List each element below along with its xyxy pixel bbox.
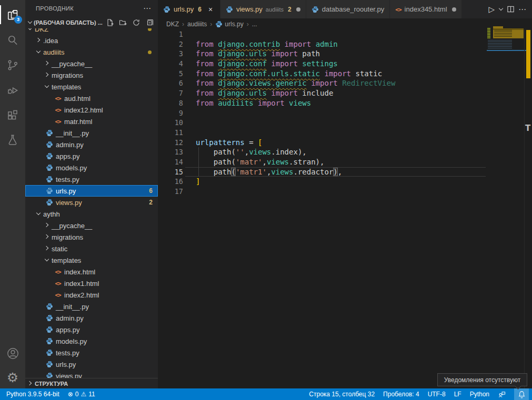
- tree-item--init-py[interactable]: __init__.py: [25, 301, 158, 312]
- tree-item-label: apps.py: [56, 152, 80, 160]
- tree-item-dkz[interactable]: DKZ: [25, 28, 158, 35]
- tree-item-tests-py[interactable]: tests.py: [25, 347, 158, 358]
- unsaved-dot-icon[interactable]: [296, 7, 300, 12]
- code-line-11[interactable]: 11: [158, 128, 532, 138]
- feedback-icon[interactable]: [498, 391, 506, 398]
- run-dropdown-chevron-icon[interactable]: [498, 7, 503, 12]
- notifications-bell-icon[interactable]: [514, 388, 529, 400]
- settings-gear-icon[interactable]: ⚙: [0, 365, 25, 390]
- tree-item-static[interactable]: static: [25, 243, 158, 254]
- tree-item-admin-py[interactable]: admin.py: [25, 312, 158, 324]
- extensions-icon[interactable]: [0, 103, 25, 128]
- tree-item-tests-py[interactable]: tests.py: [25, 173, 158, 185]
- tree-item-aud-html[interactable]: <>aud.html: [25, 93, 158, 104]
- outline-section-header[interactable]: СТРУКТУРА: [25, 378, 158, 388]
- breadcrumb-item[interactable]: ...: [252, 20, 257, 28]
- tab-description: audiiits: [266, 6, 284, 13]
- tree-item-apps-py[interactable]: apps.py: [25, 150, 158, 162]
- tree-item-aythh[interactable]: aythh: [25, 208, 158, 220]
- more-actions-icon[interactable]: ⋯: [518, 5, 527, 14]
- tree-item-apps-py[interactable]: apps.py: [25, 324, 158, 335]
- scrollbar-t-glyph: T: [525, 124, 530, 133]
- source-control-icon[interactable]: [0, 53, 25, 78]
- code-line-1[interactable]: 1: [158, 29, 532, 39]
- tree-item-index2-html[interactable]: <>index2.html: [25, 289, 158, 301]
- close-icon[interactable]: ×: [206, 5, 215, 14]
- run-debug-icon[interactable]: [0, 78, 25, 103]
- workspace-section-header[interactable]: (РАБОЧАЯ ОБЛАСТЬ) ...: [25, 17, 158, 28]
- code-line-6[interactable]: 6from django.views.generic import Redire…: [158, 78, 532, 88]
- html-file-icon: <>: [54, 268, 62, 276]
- code-line-12[interactable]: 12urlpatterns = [: [158, 138, 532, 148]
- tree-item-migrations[interactable]: migrations: [25, 69, 158, 81]
- encoding[interactable]: UTF-8: [428, 391, 446, 398]
- tree-item--pycache-[interactable]: __pycache__: [25, 220, 158, 231]
- search-icon[interactable]: [0, 27, 25, 53]
- code-line-15[interactable]: 15 path('matr1',views.redactor),: [158, 167, 532, 177]
- code-line-14[interactable]: 14 path('matr',views.stran),: [158, 157, 532, 167]
- tree-item-matr-html[interactable]: <>matr.html: [25, 116, 158, 127]
- code-line-17[interactable]: 17: [158, 187, 532, 197]
- python-file-icon: [45, 372, 54, 378]
- line-number: 6: [158, 78, 183, 88]
- tab-database-roouter-py[interactable]: database_roouter.py: [306, 0, 390, 18]
- chevron-right-icon: [27, 381, 33, 386]
- tree-item-audiiits[interactable]: audiiits: [25, 46, 158, 58]
- tab-views-py[interactable]: views.pyaudiiits2: [220, 0, 306, 18]
- code-line-9[interactable]: 9: [158, 108, 532, 118]
- tree-item-models-py[interactable]: models.py: [25, 335, 158, 347]
- refresh-icon[interactable]: [132, 18, 140, 27]
- scrollbar[interactable]: T: [524, 29, 532, 388]
- unsaved-dot-icon[interactable]: [452, 7, 456, 12]
- problems-indicator[interactable]: ⊗ 0 ⚠ 11: [68, 391, 95, 398]
- tree-item--pycache-[interactable]: __pycache__: [25, 58, 158, 69]
- tree-item-templates[interactable]: templates: [25, 254, 158, 266]
- code-line-16[interactable]: 16]: [158, 177, 532, 187]
- tree-item-migrations[interactable]: migrations: [25, 231, 158, 243]
- tree-item--init-py[interactable]: __init__.py: [25, 127, 158, 139]
- tree-item-views-py[interactable]: views.py: [25, 370, 158, 378]
- minimap[interactable]: [487, 29, 524, 388]
- tab-index345-html[interactable]: <>index345.html: [390, 0, 461, 18]
- code-line-13[interactable]: 13 path('',views.index),: [158, 147, 532, 157]
- tree-item-index12-html[interactable]: <>index12.html: [25, 104, 158, 116]
- code-line-3[interactable]: 3from django.urls import path: [158, 49, 532, 59]
- tree-item-admin-py[interactable]: admin.py: [25, 139, 158, 150]
- breadcrumb-item[interactable]: DKZ: [166, 20, 179, 28]
- code-line-10[interactable]: 10: [158, 118, 532, 128]
- split-editor-icon[interactable]: [507, 5, 515, 13]
- breadcrumb-item[interactable]: urls.py: [215, 20, 243, 28]
- testing-icon[interactable]: [0, 127, 25, 152]
- run-file-icon[interactable]: ▷: [488, 5, 495, 14]
- tree-item-index1-html[interactable]: <>index1.html: [25, 278, 158, 289]
- language-mode[interactable]: Python: [470, 391, 489, 398]
- tree-item-urls-py[interactable]: urls.py6: [25, 185, 158, 197]
- problems-badge: 2: [149, 199, 153, 206]
- code-line-5[interactable]: 5from django.conf.urls.static import sta…: [158, 69, 532, 79]
- new-folder-icon[interactable]: [119, 18, 127, 27]
- cursor-position[interactable]: Строка 15, столбец 32: [309, 391, 375, 398]
- code-line-2[interactable]: 2from django.contrib import admin: [158, 39, 532, 49]
- tree-item-index-html[interactable]: <>index.html: [25, 266, 158, 278]
- code-editor[interactable]: 12from django.contrib import admin3from …: [158, 29, 532, 388]
- tree-item-label: admin.py: [56, 141, 84, 149]
- new-file-icon[interactable]: [106, 18, 114, 27]
- tab-urls-py[interactable]: urls.py6×: [158, 0, 220, 18]
- code-line-8[interactable]: 8from audiiits import views: [158, 98, 532, 108]
- tree-item-templates[interactable]: templates: [25, 81, 158, 93]
- tree-item-views-py[interactable]: views.py2: [25, 197, 158, 208]
- collapse-all-icon[interactable]: [145, 18, 154, 27]
- eol-setting[interactable]: LF: [454, 391, 461, 398]
- breadcrumb-item[interactable]: audiiits: [187, 20, 207, 28]
- indentation-setting[interactable]: Пробелов: 4: [383, 391, 419, 398]
- sidebar-more-actions[interactable]: ⋯: [143, 4, 152, 13]
- code-line-7[interactable]: 7from django.urls import include: [158, 88, 532, 98]
- code-line-4[interactable]: 4from django.conf import settings: [158, 59, 532, 69]
- python-interpreter[interactable]: Python 3.9.5 64-bit: [6, 391, 59, 398]
- tree-item-models-py[interactable]: models.py: [25, 162, 158, 173]
- account-icon[interactable]: [0, 341, 25, 366]
- tree-item-urls-py[interactable]: urls.py: [25, 358, 158, 370]
- line-number: 9: [158, 108, 183, 118]
- explorer-icon[interactable]: 3: [0, 2, 25, 27]
- tree-item--idea[interactable]: .idea: [25, 35, 158, 46]
